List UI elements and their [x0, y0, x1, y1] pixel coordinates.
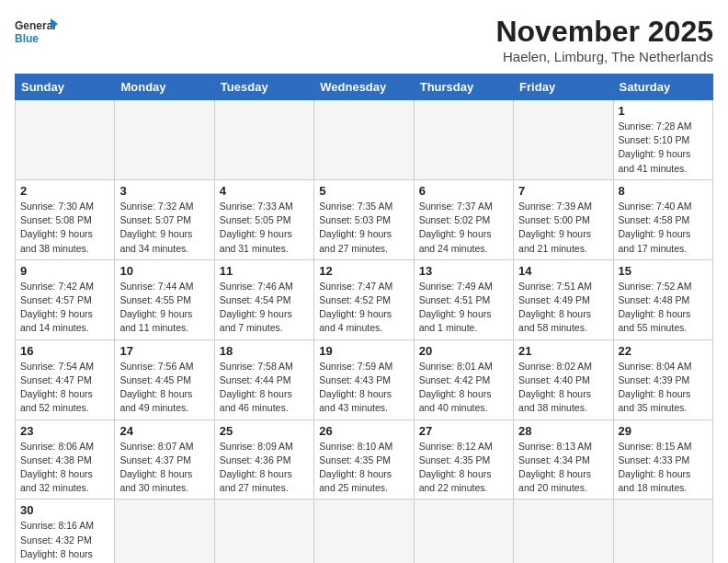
day-info: Sunrise: 7:33 AM Sunset: 5:05 PM Dayligh…: [220, 200, 309, 256]
month-title: November 2025: [495, 15, 713, 49]
day-info: Sunrise: 8:07 AM Sunset: 4:37 PM Dayligh…: [119, 440, 209, 496]
day-info: Sunrise: 8:02 AM Sunset: 4:40 PM Dayligh…: [518, 360, 608, 416]
day-info: Sunrise: 8:01 AM Sunset: 4:42 PM Dayligh…: [419, 360, 508, 416]
calendar-day-3: 3Sunrise: 7:32 AM Sunset: 5:07 PM Daylig…: [115, 179, 214, 259]
day-number: 5: [319, 184, 408, 198]
day-number: 22: [619, 344, 708, 358]
day-info: Sunrise: 7:32 AM Sunset: 5:07 PM Dayligh…: [119, 200, 209, 256]
calendar-day-12: 12Sunrise: 7:47 AM Sunset: 4:52 PM Dayli…: [314, 259, 414, 339]
calendar-empty-cell: [613, 500, 712, 563]
day-info: Sunrise: 7:42 AM Sunset: 4:57 PM Dayligh…: [20, 280, 109, 336]
calendar-day-26: 26Sunrise: 8:10 AM Sunset: 4:35 PM Dayli…: [314, 419, 414, 500]
calendar-week-row: 9Sunrise: 7:42 AM Sunset: 4:57 PM Daylig…: [16, 259, 713, 339]
day-number: 14: [518, 264, 608, 278]
col-header-tuesday: Tuesday: [214, 75, 313, 100]
calendar-day-29: 29Sunrise: 8:15 AM Sunset: 4:33 PM Dayli…: [613, 419, 712, 500]
calendar-empty-cell: [115, 500, 214, 563]
calendar-day-20: 20Sunrise: 8:01 AM Sunset: 4:42 PM Dayli…: [414, 339, 513, 419]
calendar-day-27: 27Sunrise: 8:12 AM Sunset: 4:35 PM Dayli…: [414, 419, 513, 500]
calendar-day-9: 9Sunrise: 7:42 AM Sunset: 4:57 PM Daylig…: [16, 259, 115, 339]
col-header-monday: Monday: [115, 75, 214, 100]
day-info: Sunrise: 8:13 AM Sunset: 4:34 PM Dayligh…: [518, 440, 608, 496]
calendar-day-4: 4Sunrise: 7:33 AM Sunset: 5:05 PM Daylig…: [214, 179, 313, 259]
day-info: Sunrise: 7:59 AM Sunset: 4:43 PM Dayligh…: [319, 360, 408, 416]
calendar-day-17: 17Sunrise: 7:56 AM Sunset: 4:45 PM Dayli…: [115, 339, 214, 419]
calendar-week-row: 16Sunrise: 7:54 AM Sunset: 4:47 PM Dayli…: [16, 339, 713, 419]
calendar-table: SundayMondayTuesdayWednesdayThursdayFrid…: [15, 74, 713, 563]
calendar-day-15: 15Sunrise: 7:52 AM Sunset: 4:48 PM Dayli…: [613, 259, 712, 339]
calendar-day-10: 10Sunrise: 7:44 AM Sunset: 4:55 PM Dayli…: [115, 259, 214, 339]
day-number: 26: [319, 424, 408, 438]
calendar-day-14: 14Sunrise: 7:51 AM Sunset: 4:49 PM Dayli…: [514, 259, 613, 339]
calendar-day-22: 22Sunrise: 8:04 AM Sunset: 4:39 PM Dayli…: [613, 339, 712, 419]
col-header-thursday: Thursday: [414, 75, 513, 100]
day-number: 9: [20, 264, 109, 278]
day-info: Sunrise: 7:40 AM Sunset: 4:58 PM Dayligh…: [619, 200, 708, 256]
day-info: Sunrise: 7:39 AM Sunset: 5:00 PM Dayligh…: [518, 200, 608, 256]
calendar-day-6: 6Sunrise: 7:37 AM Sunset: 5:02 PM Daylig…: [414, 179, 513, 259]
calendar-empty-cell: [314, 500, 414, 563]
day-number: 6: [419, 184, 508, 198]
calendar-empty-cell: [115, 100, 214, 180]
calendar-empty-cell: [214, 100, 313, 180]
calendar-week-row: 30Sunrise: 8:16 AM Sunset: 4:32 PM Dayli…: [16, 500, 713, 563]
day-info: Sunrise: 7:35 AM Sunset: 5:03 PM Dayligh…: [319, 200, 408, 256]
calendar-day-11: 11Sunrise: 7:46 AM Sunset: 4:54 PM Dayli…: [214, 259, 313, 339]
calendar-day-1: 1Sunrise: 7:28 AM Sunset: 5:10 PM Daylig…: [613, 100, 712, 180]
day-info: Sunrise: 8:04 AM Sunset: 4:39 PM Dayligh…: [619, 360, 708, 416]
calendar-empty-cell: [514, 100, 613, 180]
day-number: 19: [319, 344, 408, 358]
calendar-day-5: 5Sunrise: 7:35 AM Sunset: 5:03 PM Daylig…: [314, 179, 414, 259]
col-header-saturday: Saturday: [613, 75, 712, 100]
calendar-day-18: 18Sunrise: 7:58 AM Sunset: 4:44 PM Dayli…: [214, 339, 313, 419]
header: General Blue November 2025 Haelen, Limbu…: [15, 15, 713, 64]
day-number: 20: [419, 344, 508, 358]
calendar-day-16: 16Sunrise: 7:54 AM Sunset: 4:47 PM Dayli…: [16, 339, 115, 419]
calendar-day-8: 8Sunrise: 7:40 AM Sunset: 4:58 PM Daylig…: [613, 179, 712, 259]
calendar-empty-cell: [414, 500, 513, 563]
calendar-day-24: 24Sunrise: 8:07 AM Sunset: 4:37 PM Dayli…: [115, 419, 214, 500]
calendar-day-23: 23Sunrise: 8:06 AM Sunset: 4:38 PM Dayli…: [16, 419, 115, 500]
day-number: 12: [319, 264, 408, 278]
day-info: Sunrise: 7:44 AM Sunset: 4:55 PM Dayligh…: [119, 280, 209, 336]
day-info: Sunrise: 7:30 AM Sunset: 5:08 PM Dayligh…: [20, 200, 109, 256]
day-info: Sunrise: 7:28 AM Sunset: 5:10 PM Dayligh…: [619, 120, 708, 176]
day-number: 1: [619, 104, 708, 118]
day-info: Sunrise: 8:12 AM Sunset: 4:35 PM Dayligh…: [419, 440, 508, 496]
day-number: 4: [220, 184, 309, 198]
day-info: Sunrise: 7:52 AM Sunset: 4:48 PM Dayligh…: [619, 280, 708, 336]
day-number: 25: [220, 424, 309, 438]
day-info: Sunrise: 7:58 AM Sunset: 4:44 PM Dayligh…: [220, 360, 309, 416]
day-info: Sunrise: 8:09 AM Sunset: 4:36 PM Dayligh…: [220, 440, 309, 496]
day-number: 16: [20, 344, 109, 358]
svg-text:General: General: [15, 19, 56, 32]
col-header-friday: Friday: [514, 75, 613, 100]
calendar-week-row: 23Sunrise: 8:06 AM Sunset: 4:38 PM Dayli…: [16, 419, 713, 500]
col-header-sunday: Sunday: [16, 75, 115, 100]
day-info: Sunrise: 7:56 AM Sunset: 4:45 PM Dayligh…: [119, 360, 209, 416]
calendar-day-21: 21Sunrise: 8:02 AM Sunset: 4:40 PM Dayli…: [514, 339, 613, 419]
day-number: 27: [419, 424, 508, 438]
day-number: 11: [220, 264, 309, 278]
logo-svg: General Blue: [15, 15, 61, 53]
day-number: 18: [220, 344, 309, 358]
day-info: Sunrise: 7:47 AM Sunset: 4:52 PM Dayligh…: [319, 280, 408, 336]
day-info: Sunrise: 7:37 AM Sunset: 5:02 PM Dayligh…: [419, 200, 508, 256]
calendar-empty-cell: [314, 100, 414, 180]
day-number: 28: [518, 424, 608, 438]
calendar-day-25: 25Sunrise: 8:09 AM Sunset: 4:36 PM Dayli…: [214, 419, 313, 500]
day-number: 30: [20, 503, 109, 517]
day-number: 2: [20, 184, 109, 198]
calendar-day-19: 19Sunrise: 7:59 AM Sunset: 4:43 PM Dayli…: [314, 339, 414, 419]
day-number: 10: [119, 264, 209, 278]
day-number: 8: [619, 184, 708, 198]
svg-text:Blue: Blue: [15, 32, 39, 45]
day-info: Sunrise: 7:46 AM Sunset: 4:54 PM Dayligh…: [220, 280, 309, 336]
calendar-day-2: 2Sunrise: 7:30 AM Sunset: 5:08 PM Daylig…: [16, 179, 115, 259]
day-info: Sunrise: 8:15 AM Sunset: 4:33 PM Dayligh…: [619, 440, 708, 496]
col-header-wednesday: Wednesday: [314, 75, 414, 100]
day-number: 17: [119, 344, 209, 358]
logo: General Blue: [15, 15, 61, 53]
calendar-header-row: SundayMondayTuesdayWednesdayThursdayFrid…: [16, 75, 713, 100]
day-info: Sunrise: 7:51 AM Sunset: 4:49 PM Dayligh…: [518, 280, 608, 336]
